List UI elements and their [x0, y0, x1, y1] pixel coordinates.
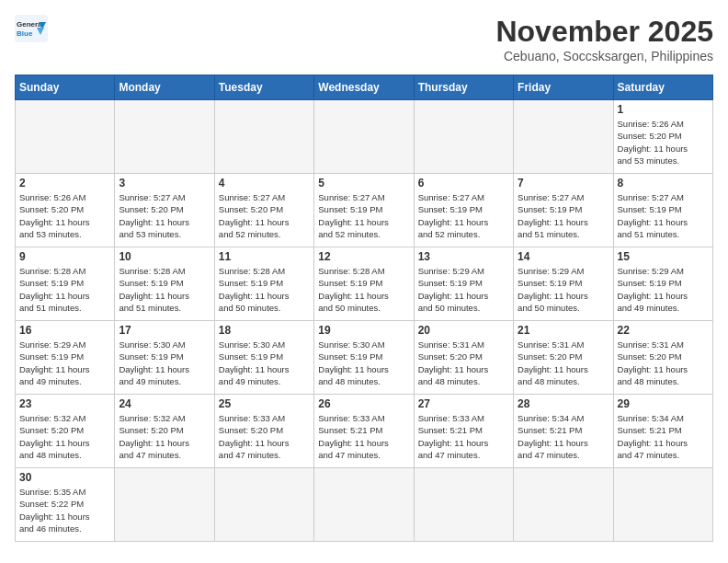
day-info: Sunrise: 5:33 AM Sunset: 5:20 PM Dayligh…	[219, 412, 310, 461]
day-number: 3	[119, 177, 210, 190]
calendar-cell: 21Sunrise: 5:31 AM Sunset: 5:20 PM Dayli…	[514, 321, 613, 395]
subtitle: Cebuano, Soccsksargen, Philippines	[495, 49, 713, 63]
month-title: November 2025	[495, 15, 713, 49]
calendar-week-2: 9Sunrise: 5:28 AM Sunset: 5:19 PM Daylig…	[16, 247, 713, 321]
day-number: 17	[119, 324, 210, 337]
day-info: Sunrise: 5:30 AM Sunset: 5:19 PM Dayligh…	[219, 339, 310, 387]
day-info: Sunrise: 5:27 AM Sunset: 5:19 PM Dayligh…	[418, 191, 509, 240]
day-number: 26	[318, 397, 409, 410]
calendar-cell: 10Sunrise: 5:28 AM Sunset: 5:19 PM Dayli…	[115, 247, 214, 321]
calendar-cell	[314, 468, 414, 542]
day-info: Sunrise: 5:34 AM Sunset: 5:21 PM Dayligh…	[518, 412, 609, 461]
header: General Blue November 2025 Cebuano, Socc…	[15, 15, 713, 63]
calendar-cell: 6Sunrise: 5:27 AM Sunset: 5:19 PM Daylig…	[414, 174, 513, 247]
calendar-cell: 22Sunrise: 5:31 AM Sunset: 5:20 PM Dayli…	[613, 321, 712, 395]
day-info: Sunrise: 5:31 AM Sunset: 5:20 PM Dayligh…	[618, 339, 709, 387]
svg-text:Blue: Blue	[17, 29, 33, 38]
day-info: Sunrise: 5:28 AM Sunset: 5:19 PM Dayligh…	[318, 265, 409, 314]
day-info: Sunrise: 5:29 AM Sunset: 5:19 PM Dayligh…	[518, 265, 609, 314]
calendar-cell: 19Sunrise: 5:30 AM Sunset: 5:19 PM Dayli…	[314, 321, 414, 395]
day-info: Sunrise: 5:33 AM Sunset: 5:21 PM Dayligh…	[418, 412, 509, 461]
day-number: 12	[318, 250, 409, 263]
day-number: 23	[19, 397, 110, 410]
day-info: Sunrise: 5:26 AM Sunset: 5:20 PM Dayligh…	[19, 191, 110, 240]
calendar-cell	[314, 100, 414, 174]
day-info: Sunrise: 5:31 AM Sunset: 5:20 PM Dayligh…	[418, 339, 509, 387]
calendar-cell	[414, 100, 513, 174]
calendar-cell: 12Sunrise: 5:28 AM Sunset: 5:19 PM Dayli…	[314, 247, 414, 321]
day-info: Sunrise: 5:28 AM Sunset: 5:19 PM Dayligh…	[19, 265, 110, 314]
calendar-cell: 14Sunrise: 5:29 AM Sunset: 5:19 PM Dayli…	[514, 247, 613, 321]
calendar-cell	[16, 100, 115, 174]
calendar-cell: 26Sunrise: 5:33 AM Sunset: 5:21 PM Dayli…	[314, 395, 414, 468]
calendar-cell	[214, 468, 313, 542]
calendar-cell: 24Sunrise: 5:32 AM Sunset: 5:20 PM Dayli…	[115, 395, 214, 468]
calendar-cell: 16Sunrise: 5:29 AM Sunset: 5:19 PM Dayli…	[16, 321, 115, 395]
day-info: Sunrise: 5:35 AM Sunset: 5:22 PM Dayligh…	[19, 486, 110, 534]
calendar-cell: 15Sunrise: 5:29 AM Sunset: 5:19 PM Dayli…	[613, 247, 712, 321]
header-cell-sunday: Sunday	[16, 75, 115, 100]
calendar-cell: 25Sunrise: 5:33 AM Sunset: 5:20 PM Dayli…	[214, 395, 313, 468]
header-cell-tuesday: Tuesday	[214, 75, 313, 100]
calendar-cell	[115, 100, 214, 174]
header-cell-saturday: Saturday	[613, 75, 712, 100]
day-number: 4	[219, 177, 310, 190]
day-info: Sunrise: 5:27 AM Sunset: 5:19 PM Dayligh…	[318, 191, 409, 240]
day-info: Sunrise: 5:27 AM Sunset: 5:19 PM Dayligh…	[518, 191, 609, 240]
header-cell-friday: Friday	[514, 75, 613, 100]
calendar-cell	[514, 100, 613, 174]
day-number: 11	[219, 250, 310, 263]
calendar-cell: 29Sunrise: 5:34 AM Sunset: 5:21 PM Dayli…	[613, 395, 712, 468]
calendar-body: 1Sunrise: 5:26 AM Sunset: 5:20 PM Daylig…	[16, 100, 713, 542]
calendar-cell: 2Sunrise: 5:26 AM Sunset: 5:20 PM Daylig…	[16, 174, 115, 247]
calendar-cell: 3Sunrise: 5:27 AM Sunset: 5:20 PM Daylig…	[115, 174, 214, 247]
calendar-week-5: 30Sunrise: 5:35 AM Sunset: 5:22 PM Dayli…	[16, 468, 713, 542]
day-info: Sunrise: 5:28 AM Sunset: 5:19 PM Dayligh…	[219, 265, 310, 314]
day-number: 28	[518, 397, 609, 410]
day-info: Sunrise: 5:30 AM Sunset: 5:19 PM Dayligh…	[119, 339, 210, 387]
day-number: 9	[19, 250, 110, 263]
calendar-cell: 8Sunrise: 5:27 AM Sunset: 5:19 PM Daylig…	[613, 174, 712, 247]
header-cell-thursday: Thursday	[414, 75, 513, 100]
calendar-cell: 5Sunrise: 5:27 AM Sunset: 5:19 PM Daylig…	[314, 174, 414, 247]
day-number: 5	[318, 177, 409, 190]
calendar-cell: 20Sunrise: 5:31 AM Sunset: 5:20 PM Dayli…	[414, 321, 513, 395]
calendar-cell	[214, 100, 313, 174]
calendar-cell: 28Sunrise: 5:34 AM Sunset: 5:21 PM Dayli…	[514, 395, 613, 468]
day-info: Sunrise: 5:29 AM Sunset: 5:19 PM Dayligh…	[19, 339, 110, 387]
calendar-cell	[115, 468, 214, 542]
day-info: Sunrise: 5:32 AM Sunset: 5:20 PM Dayligh…	[119, 412, 210, 461]
day-info: Sunrise: 5:34 AM Sunset: 5:21 PM Dayligh…	[618, 412, 709, 461]
calendar-cell	[613, 468, 712, 542]
calendar-cell: 7Sunrise: 5:27 AM Sunset: 5:19 PM Daylig…	[514, 174, 613, 247]
day-number: 1	[618, 103, 709, 116]
day-info: Sunrise: 5:32 AM Sunset: 5:20 PM Dayligh…	[19, 412, 110, 461]
day-number: 16	[19, 324, 110, 337]
day-info: Sunrise: 5:27 AM Sunset: 5:20 PM Dayligh…	[119, 191, 210, 240]
calendar-cell: 11Sunrise: 5:28 AM Sunset: 5:19 PM Dayli…	[214, 247, 313, 321]
day-number: 15	[618, 250, 709, 263]
header-cell-wednesday: Wednesday	[314, 75, 414, 100]
day-number: 24	[119, 397, 210, 410]
calendar-week-3: 16Sunrise: 5:29 AM Sunset: 5:19 PM Dayli…	[16, 321, 713, 395]
calendar-cell: 17Sunrise: 5:30 AM Sunset: 5:19 PM Dayli…	[115, 321, 214, 395]
day-number: 13	[418, 250, 509, 263]
day-info: Sunrise: 5:27 AM Sunset: 5:20 PM Dayligh…	[219, 191, 310, 240]
day-info: Sunrise: 5:30 AM Sunset: 5:19 PM Dayligh…	[318, 339, 409, 387]
day-number: 21	[518, 324, 609, 337]
day-number: 14	[518, 250, 609, 263]
day-number: 22	[618, 324, 709, 337]
day-info: Sunrise: 5:26 AM Sunset: 5:20 PM Dayligh…	[618, 118, 709, 167]
day-number: 20	[418, 324, 509, 337]
calendar-week-0: 1Sunrise: 5:26 AM Sunset: 5:20 PM Daylig…	[16, 100, 713, 174]
day-number: 30	[19, 471, 110, 484]
day-number: 7	[518, 177, 609, 190]
calendar-week-1: 2Sunrise: 5:26 AM Sunset: 5:20 PM Daylig…	[16, 174, 713, 247]
calendar-cell: 1Sunrise: 5:26 AM Sunset: 5:20 PM Daylig…	[613, 100, 712, 174]
title-section: November 2025 Cebuano, Soccsksargen, Phi…	[495, 15, 713, 63]
day-number: 27	[418, 397, 509, 410]
header-row: SundayMondayTuesdayWednesdayThursdayFrid…	[16, 75, 713, 100]
day-number: 8	[618, 177, 709, 190]
day-info: Sunrise: 5:29 AM Sunset: 5:19 PM Dayligh…	[618, 265, 709, 314]
logo-icon: General Blue	[15, 15, 48, 42]
